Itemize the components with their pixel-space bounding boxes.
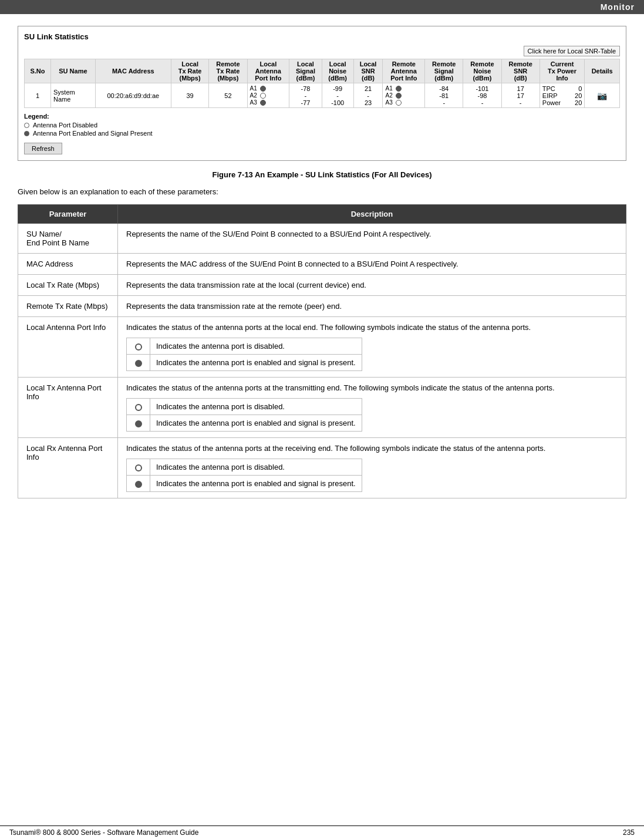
symbol-disabled-icon-cell	[127, 338, 150, 355]
page-content: SU Link Statistics Click here for Local …	[0, 14, 644, 510]
cell-su-name: SystemName	[51, 83, 96, 108]
symbol-tx-enabled-icon	[135, 420, 142, 427]
footer-left: Tsunami® 800 & 8000 Series - Software Ma…	[9, 828, 198, 837]
symbol-rx-enabled-icon-cell	[127, 476, 150, 492]
symbol-rx-row-enabled: Indicates the antenna port is enabled an…	[127, 476, 362, 492]
param-local-tx: Local Tx Rate (Mbps)	[18, 275, 118, 296]
param-remote-tx: Remote Tx Rate (Mbps)	[18, 296, 118, 317]
desc-su-name: Represents the name of the SU/End Point …	[118, 224, 626, 254]
th-remote-tx: RemoteTx Rate(Mbps)	[209, 59, 247, 83]
cell-local-antenna: A1 A2 A3	[247, 83, 289, 108]
snr-link-row: Click here for Local SNR-Table	[24, 46, 620, 56]
th-local-signal: LocalSignal(dBm)	[289, 59, 322, 83]
legend-enabled-icon	[24, 131, 29, 136]
symbol-tx-disabled-icon-cell	[127, 399, 150, 415]
symbol-row-enabled: Indicates the antenna port is enabled an…	[127, 355, 362, 371]
th-details: Details	[585, 59, 620, 83]
symbol-tx-enabled-icon-cell	[127, 415, 150, 432]
tx-label-tpc: TPC	[542, 85, 555, 92]
refresh-button[interactable]: Refresh	[24, 143, 62, 154]
legend-disabled-icon	[24, 123, 29, 128]
param-mac: MAC Address	[18, 254, 118, 275]
tx-value-power: 20	[575, 99, 582, 106]
remote-antenna-label-a2: A2	[385, 92, 392, 99]
antenna-icon-a2	[260, 93, 266, 99]
symbol-row-disabled: Indicates the antenna port is disabled.	[127, 338, 362, 355]
details-icon[interactable]: 📷	[597, 91, 607, 100]
param-local-antenna: Local Antenna Port Info	[18, 317, 118, 378]
th-remote-noise: RemoteNoise(dBm)	[463, 59, 501, 83]
su-link-statistics-box: SU Link Statistics Click here for Local …	[18, 26, 626, 161]
desc-local-rx-antenna-text: Indicates the status of the antenna port…	[126, 444, 545, 453]
cell-sno: 1	[25, 83, 51, 108]
remote-antenna-icon-a1	[396, 86, 402, 92]
page-header: Monitor	[0, 0, 644, 14]
param-row-local-tx-antenna: Local Tx Antenna Port Info Indicates the…	[18, 378, 626, 438]
th-mac: MAC Address	[95, 59, 171, 83]
local-tx-antenna-symbol-table: Indicates the antenna port is disabled. …	[126, 398, 362, 432]
symbol-tx-row-disabled: Indicates the antenna port is disabled.	[127, 399, 362, 415]
cell-remote-tx: 52	[209, 83, 247, 108]
legend-enabled-label: Antenna Port Enabled and Signal Present	[33, 130, 153, 137]
symbol-enabled-icon-cell	[127, 355, 150, 371]
desc-local-tx: Represents the data transmission rate at…	[118, 275, 626, 296]
th-local-snr: LocalSNR(dB)	[353, 59, 383, 83]
antenna-label-a3: A3	[250, 99, 257, 106]
figure-caption: Figure 7-13 An Example - SU Link Statist…	[18, 170, 626, 179]
tx-value-tpc: 0	[578, 85, 582, 92]
local-rx-antenna-symbol-table: Indicates the antenna port is disabled. …	[126, 459, 362, 492]
su-link-title: SU Link Statistics	[24, 32, 620, 41]
remote-antenna-icon-a3	[396, 100, 402, 106]
legend-item-enabled: Antenna Port Enabled and Signal Present	[24, 130, 620, 137]
cell-local-tx: 39	[171, 83, 208, 108]
symbol-rx-enabled-label: Indicates the antenna port is enabled an…	[150, 476, 362, 492]
snr-link-button[interactable]: Click here for Local SNR-Table	[524, 46, 620, 56]
th-current-tx: CurrentTx PowerInfo	[540, 59, 585, 83]
param-row-local-antenna: Local Antenna Port Info Indicates the st…	[18, 317, 626, 378]
tx-label-eirp: EIRP	[542, 92, 558, 99]
symbol-enabled-icon	[135, 360, 142, 367]
th-local-antenna: LocalAntennaPort Info	[247, 59, 289, 83]
symbol-rx-disabled-icon-cell	[127, 459, 150, 476]
desc-local-antenna: Indicates the status of the antenna port…	[118, 317, 626, 378]
cell-local-snr: 21-23	[353, 83, 383, 108]
remote-antenna-label-a3: A3	[385, 99, 392, 106]
param-su-name: SU Name/End Point B Name	[18, 224, 118, 254]
th-sno: S.No	[25, 59, 51, 83]
tx-label-power: Power	[542, 99, 561, 106]
symbol-disabled-label: Indicates the antenna port is disabled.	[150, 338, 362, 355]
cell-local-signal: -78--77	[289, 83, 322, 108]
param-row-local-tx: Local Tx Rate (Mbps) Represents the data…	[18, 275, 626, 296]
footer-right: 235	[623, 828, 635, 837]
symbol-rx-disabled-label: Indicates the antenna port is disabled.	[150, 459, 362, 476]
legend-disabled-label: Antenna Port Disabled	[33, 122, 97, 129]
cell-remote-noise: -101-98-	[463, 83, 501, 108]
cell-remote-signal: -84-81-	[425, 83, 463, 108]
symbol-disabled-icon	[135, 343, 142, 351]
antenna-label-a2: A2	[250, 92, 257, 99]
page-footer: Tsunami® 800 & 8000 Series - Software Ma…	[0, 825, 644, 839]
desc-local-rx-antenna: Indicates the status of the antenna port…	[118, 438, 626, 498]
tx-value-eirp: 20	[575, 92, 582, 99]
legend-item-disabled: Antenna Port Disabled	[24, 122, 620, 129]
cell-local-noise: -99--100	[322, 83, 353, 108]
th-local-tx: LocalTx Rate(Mbps)	[171, 59, 208, 83]
param-local-rx-antenna: Local Rx Antenna Port Info	[18, 438, 118, 498]
desc-local-tx-antenna-text: Indicates the status of the antenna port…	[126, 383, 555, 392]
cell-details[interactable]: 📷	[585, 83, 620, 108]
param-row-su-name: SU Name/End Point B Name Represents the …	[18, 224, 626, 254]
cell-mac: 00:20:a6:d9:dd:ae	[95, 83, 171, 108]
antenna-icon-a1	[260, 86, 266, 92]
symbol-tx-disabled-icon	[135, 404, 142, 411]
desc-local-tx-antenna: Indicates the status of the antenna port…	[118, 378, 626, 438]
desc-mac: Represents the MAC address of the SU/End…	[118, 254, 626, 275]
symbol-tx-disabled-label: Indicates the antenna port is disabled.	[150, 399, 362, 415]
desc-remote-tx: Represents the data transmission rate at…	[118, 296, 626, 317]
th-su-name: SU Name	[51, 59, 96, 83]
cell-current-tx: TPC 0 EIRP 20 Power 20	[540, 83, 585, 108]
legend-title: Legend:	[24, 113, 620, 120]
parameters-table: Parameter Description SU Name/End Point …	[18, 204, 626, 498]
desc-local-antenna-text: Indicates the status of the antenna port…	[126, 323, 531, 332]
statistics-table: S.No SU Name MAC Address LocalTx Rate(Mb…	[24, 59, 620, 108]
th-local-noise: LocalNoise(dBm)	[322, 59, 353, 83]
